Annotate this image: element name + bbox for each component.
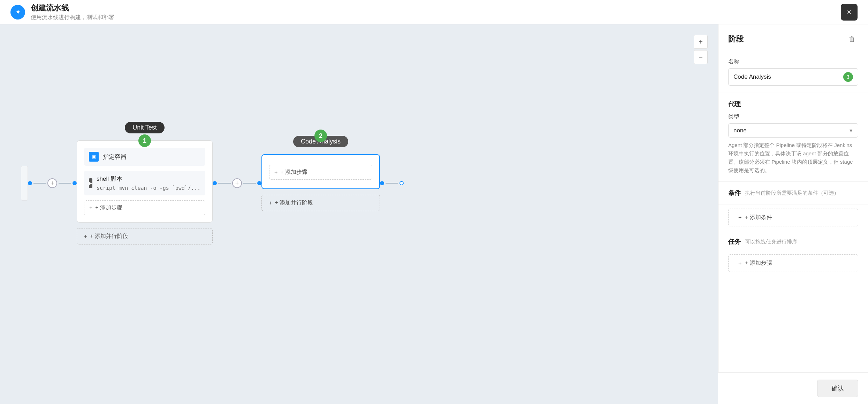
line-right1 [386,183,398,184]
dot-mid2 [257,181,261,185]
add-step-label: + 添加步骤 [95,204,122,211]
stage-2-add-step-button[interactable]: + + 添加步骤 [269,165,372,180]
stage-2-add-parallel-button[interactable]: + + 添加并行阶段 [261,195,380,211]
step-container[interactable]: ▣ 指定容器 [84,148,205,166]
tasks-section: 任务 可以拖拽任务进行排序 [718,231,868,250]
zoom-in-button[interactable]: + [694,35,708,49]
add-task-step-icon: + [738,260,741,266]
add-condition-label: + 添加条件 [745,214,772,221]
add-stage-middle[interactable]: + [232,178,242,188]
pipeline-stages: + Unit Test 1 ▣ 指定容器 ▶ [21,122,718,244]
confirm-button[interactable]: 确认 [817,380,858,397]
step-container-label: 指定容器 [103,153,127,161]
name-input-row: 3 [728,68,858,86]
add-step-label2: + 添加步骤 [280,169,307,176]
right-panel: 阶段 🗑 名称 3 代理 类型 none any label node [718,24,868,404]
add-condition-button[interactable]: + + 添加条件 [728,209,858,226]
line-mid1 [218,183,231,184]
dot-mid1 [213,181,217,185]
add-parallel-icon2: + [269,200,272,206]
connector-left: + [28,178,77,188]
step-shell-code: script mvn clean -o -gs `pwd`/... [97,185,200,191]
plus-icon: + [699,38,703,46]
main-layout: + − + Unit Test 1 [0,24,868,404]
zoom-controls: + − [694,35,708,64]
dot-right2 [399,181,404,185]
stage-1-wrapper: Unit Test 1 ▣ 指定容器 ▶ shell 脚本 script [77,122,213,244]
panel-header: 阶段 🗑 [718,24,868,51]
tasks-header: 任务 可以拖拽任务进行排序 [728,238,858,246]
confirm-label: 确认 [831,385,844,392]
agent-section: 代理 类型 none any label node docker ▼ Agent… [718,93,868,182]
stage-1-label[interactable]: Unit Test [125,122,165,133]
connector-middle: + [213,178,261,188]
close-button[interactable]: × [841,4,858,21]
stage-name-input[interactable] [733,73,840,80]
zoom-out-button[interactable]: − [694,50,708,64]
terminal-icon: ▶ [89,178,92,188]
agent-title: 代理 [728,100,858,108]
step-shell[interactable]: ▶ shell 脚本 script mvn clean -o -gs `pwd`… [84,171,205,195]
step-shell-content: shell 脚本 script mvn clean -o -gs `pwd`/.… [97,175,200,191]
stage-1-badge: 1 [138,134,151,147]
name-label: 名称 [728,58,858,65]
conditions-title: 条件 [728,189,741,197]
line-left [33,183,46,184]
add-stage-left[interactable]: + [47,178,57,188]
add-task-step-label: + 添加步骤 [745,259,772,267]
stage-2-wrapper: Code Analysis 2 + + 添加步骤 + + 添加并行阶段 [261,136,380,211]
dot-left2 [73,181,77,185]
stage-1-add-step-button[interactable]: + + 添加步骤 [84,200,205,215]
conditions-header: 条件 执行当前阶段所需要满足的条件（可选） [718,182,868,204]
page-title: 创建流水线 [31,3,114,13]
connector-right [380,181,404,185]
dot-right1 [380,181,384,185]
delete-stage-button[interactable]: 🗑 [846,33,858,45]
agent-description: Agent 部分指定整个 Pipeline 或特定阶段将在 Jenkins 环境… [728,141,858,174]
step-shell-label: shell 脚本 [97,175,200,183]
line-mid2 [243,183,256,184]
agent-type-select[interactable]: none any label node docker [728,123,858,138]
pipeline-canvas-area: + − + Unit Test 1 [0,24,718,404]
panel-title: 阶段 [728,34,744,44]
container-icon: ▣ [89,152,99,162]
dot-left [28,181,32,185]
add-task-step-button[interactable]: + + 添加步骤 [728,254,858,272]
minus-icon: − [699,53,703,61]
add-parallel-icon: + [84,233,87,240]
stage-1-card: 1 ▣ 指定容器 ▶ shell 脚本 script mvn clean -o … [77,140,213,223]
header-title-group: 创建流水线 使用流水线进行构建，测试和部署 [31,3,114,21]
name-section: 名称 3 [718,51,868,93]
tasks-subtitle: 可以拖拽任务进行排序 [745,239,797,245]
add-step-icon: + [89,205,92,211]
agent-type-wrapper: none any label node docker ▼ [728,123,858,138]
conditions-subtitle: 执行当前阶段所需要满足的条件（可选） [745,190,839,196]
close-icon: × [847,8,852,17]
add-parallel-label: + 添加并行阶段 [90,233,128,240]
add-step-icon2: + [274,169,277,176]
stage-1-add-parallel-button[interactable]: + + 添加并行阶段 [77,228,213,244]
app-logo: ✦ [10,5,25,20]
name-badge: 3 [843,72,853,82]
line-left2 [59,183,71,184]
stage-2-card[interactable]: + + 添加步骤 [261,154,380,189]
header: ✦ 创建流水线 使用流水线进行构建，测试和部署 × [0,0,868,24]
type-label: 类型 [728,113,858,121]
ghost-card [21,166,28,201]
page-subtitle: 使用流水线进行构建，测试和部署 [31,14,114,21]
delete-icon: 🗑 [848,35,855,43]
tasks-title: 任务 [728,238,741,246]
stage-2-badge: 2 [314,130,327,142]
bottom-bar: 确认 [718,372,868,404]
add-condition-icon: + [738,215,741,221]
add-parallel-label2: + 添加并行阶段 [275,199,313,207]
